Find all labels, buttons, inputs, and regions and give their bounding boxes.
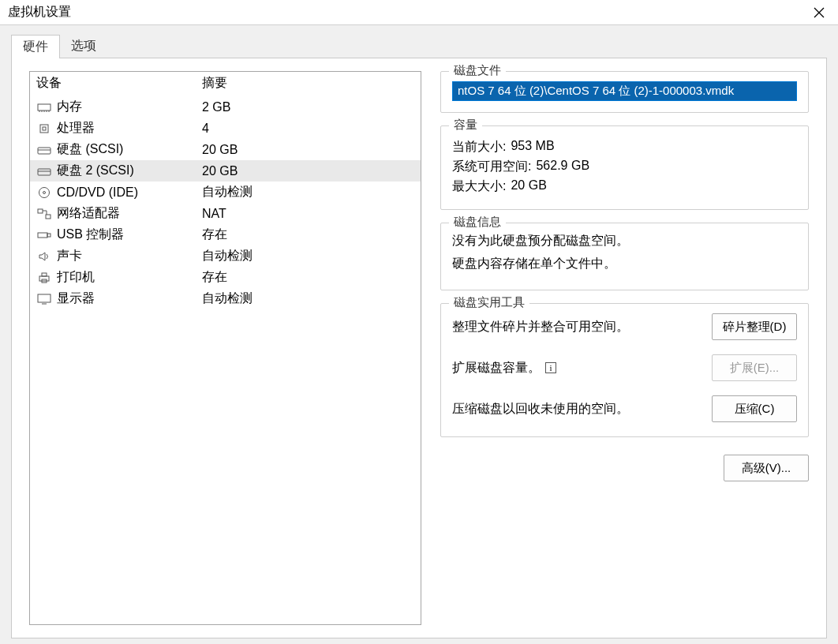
device-summary: 自动检测	[202, 290, 414, 307]
col-header-device: 设备	[36, 75, 202, 92]
tab-hardware[interactable]: 硬件	[11, 35, 60, 58]
value-free-space: 562.9 GB	[536, 159, 589, 175]
device-row[interactable]: 网络适配器NAT	[30, 203, 421, 224]
label-max-size: 最大大小:	[452, 178, 506, 195]
compact-text: 压缩磁盘以回收未使用的空间。	[452, 401, 629, 417]
tab-panel-hardware: 设备 摘要 内存2 GB处理器4硬盘 (SCSI)20 GB硬盘 2 (SCSI…	[11, 58, 827, 638]
device-summary: 自动检测	[202, 184, 414, 200]
close-button[interactable]	[800, 0, 838, 25]
device-summary: 2 GB	[202, 100, 414, 114]
cpu-icon	[36, 122, 52, 136]
device-row[interactable]: USB 控制器存在	[30, 224, 421, 245]
titlebar: 虚拟机设置	[0, 0, 838, 25]
device-name: 显示器	[57, 290, 202, 307]
device-name: CD/DVD (IDE)	[57, 185, 202, 200]
device-list: 设备 摘要 内存2 GB处理器4硬盘 (SCSI)20 GB硬盘 2 (SCSI…	[29, 71, 421, 625]
value-max-size: 20 GB	[511, 178, 546, 195]
group-title-disk-info: 磁盘信息	[449, 215, 506, 230]
expand-button: 扩展(E)...	[712, 354, 797, 381]
device-summary: 20 GB	[202, 164, 414, 178]
device-summary: 存在	[202, 227, 414, 243]
svg-rect-8	[40, 125, 48, 133]
device-name: 处理器	[57, 120, 202, 137]
svg-rect-21	[42, 273, 47, 276]
device-name: 网络适配器	[57, 205, 202, 222]
svg-rect-12	[38, 169, 51, 175]
group-disk-file: 磁盘文件	[440, 71, 809, 113]
advanced-button[interactable]: 高级(V)...	[724, 455, 809, 481]
cd-icon	[36, 185, 52, 200]
window-title: 虚拟机设置	[8, 4, 800, 21]
device-name: USB 控制器	[57, 227, 202, 243]
disk-icon	[36, 143, 52, 157]
expand-text: 扩展磁盘容量。	[452, 360, 541, 376]
device-row[interactable]: 硬盘 2 (SCSI)20 GB	[30, 160, 421, 182]
group-title-capacity: 容量	[449, 118, 482, 133]
disk-icon	[36, 164, 52, 178]
device-row[interactable]: 打印机存在	[30, 267, 421, 288]
svg-rect-20	[39, 276, 49, 281]
device-row[interactable]: 硬盘 (SCSI)20 GB	[30, 139, 421, 160]
value-current-size: 953 MB	[511, 139, 554, 155]
device-name: 内存	[57, 99, 202, 115]
device-summary: 存在	[202, 269, 414, 286]
group-capacity: 容量 当前大小: 953 MB 系统可用空间: 562.9 GB 最大大小: 2…	[440, 125, 809, 210]
device-summary: 自动检测	[202, 248, 414, 264]
label-current-size: 当前大小:	[452, 139, 506, 155]
disk-info-line1: 没有为此硬盘预分配磁盘空间。	[452, 233, 797, 249]
group-title-disk-file: 磁盘文件	[449, 63, 506, 78]
device-name: 打印机	[57, 269, 202, 286]
compact-button[interactable]: 压缩(C)	[712, 395, 797, 422]
tabs-row: 硬件 选项	[0, 25, 838, 58]
svg-rect-23	[38, 294, 51, 302]
device-name: 硬盘 2 (SCSI)	[57, 163, 202, 179]
device-row[interactable]: 显示器自动检测	[30, 288, 421, 309]
device-name: 硬盘 (SCSI)	[57, 141, 202, 158]
device-row[interactable]: 内存2 GB	[30, 96, 421, 118]
defrag-text: 整理文件碎片并整合可用空间。	[452, 319, 629, 335]
device-name: 声卡	[57, 248, 202, 264]
device-row[interactable]: CD/DVD (IDE)自动检测	[30, 182, 421, 203]
svg-point-15	[43, 191, 46, 193]
close-icon	[814, 7, 825, 18]
device-list-header: 设备 摘要	[30, 72, 421, 96]
printer-icon	[36, 271, 52, 285]
col-header-summary: 摘要	[202, 75, 414, 92]
svg-point-14	[39, 187, 50, 197]
group-title-utilities: 磁盘实用工具	[449, 295, 529, 310]
detail-column: 磁盘文件 容量 当前大小: 953 MB 系统可用空间: 562.9 GB 最大…	[440, 71, 809, 625]
svg-rect-2	[38, 104, 51, 110]
defrag-button[interactable]: 碎片整理(D)	[712, 313, 797, 340]
tab-options[interactable]: 选项	[60, 35, 107, 58]
device-summary: 4	[202, 122, 414, 136]
svg-rect-18	[38, 233, 47, 238]
device-summary: NAT	[202, 207, 414, 221]
info-icon[interactable]: i	[545, 362, 556, 373]
svg-rect-17	[46, 215, 51, 219]
memory-icon	[36, 100, 52, 114]
svg-rect-10	[38, 148, 51, 154]
device-row[interactable]: 声卡自动检测	[30, 245, 421, 267]
group-utilities: 磁盘实用工具 整理文件碎片并整合可用空间。 碎片整理(D) 扩展磁盘容量。 i …	[440, 303, 809, 437]
svg-rect-16	[38, 209, 43, 213]
disk-file-path[interactable]	[452, 81, 797, 101]
network-icon	[36, 207, 52, 221]
svg-rect-19	[47, 234, 51, 237]
usb-icon	[36, 228, 52, 242]
label-free-space: 系统可用空间:	[452, 159, 531, 175]
svg-rect-9	[43, 127, 46, 130]
disk-info-line2: 硬盘内容存储在单个文件中。	[452, 256, 797, 272]
group-disk-info: 磁盘信息 没有为此硬盘预分配磁盘空间。 硬盘内容存储在单个文件中。	[440, 223, 809, 290]
device-summary: 20 GB	[202, 143, 414, 157]
audio-icon	[36, 249, 52, 264]
display-icon	[36, 292, 52, 306]
device-row[interactable]: 处理器4	[30, 118, 421, 139]
